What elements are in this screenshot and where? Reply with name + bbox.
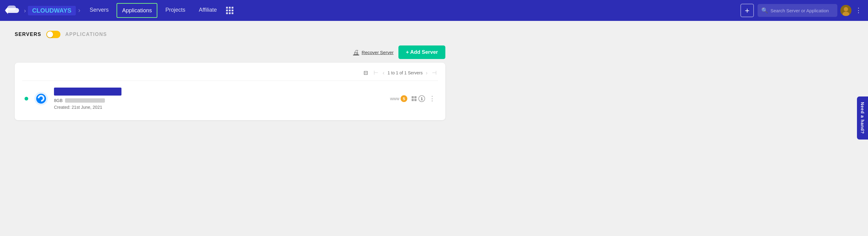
grid-icon[interactable]	[226, 7, 234, 14]
svg-rect-9	[412, 96, 414, 98]
first-page-button[interactable]: ⊢	[372, 69, 380, 77]
svg-rect-7	[39, 102, 41, 103]
search-bar[interactable]: 🔍	[757, 4, 837, 17]
last-page-button[interactable]: ⊣	[431, 69, 438, 77]
svg-rect-1	[7, 5, 16, 10]
toggle-switch[interactable]	[46, 31, 60, 38]
nav-item-affiliate[interactable]: Affiliate	[192, 0, 224, 21]
recover-icon: 🖨	[353, 49, 359, 56]
svg-rect-11	[412, 99, 414, 101]
applications-toggle-label[interactable]: APPLICATIONS	[65, 32, 107, 37]
apps-icon-wrap[interactable]: 1	[411, 95, 425, 102]
brand-name[interactable]: CLOUDWAYS	[28, 6, 76, 16]
toggle-knob	[47, 31, 53, 37]
nav-item-servers[interactable]: Servers	[83, 0, 115, 21]
recover-server-button[interactable]: 🖨 Recover Server	[353, 49, 394, 56]
search-icon: 🔍	[761, 7, 768, 14]
svg-rect-8	[38, 102, 39, 103]
server-ip-redacted	[65, 98, 105, 103]
svg-point-4	[844, 7, 848, 11]
nav-links: Servers Applications Projects Affiliate	[83, 0, 224, 21]
www-count: 5	[401, 95, 407, 102]
server-icon	[33, 90, 49, 107]
svg-marker-2	[5, 7, 8, 14]
breadcrumb-arrow: ›	[24, 7, 26, 14]
add-button[interactable]: +	[740, 4, 754, 17]
server-meta: 8GB	[54, 98, 385, 103]
add-server-button[interactable]: + Add Server	[398, 46, 445, 59]
nav-item-applications[interactable]: Applications	[117, 3, 157, 18]
apps-count: 1	[418, 95, 425, 102]
search-input[interactable]	[771, 8, 834, 13]
server-size: 8GB	[54, 98, 63, 103]
server-created: Created: 21st June, 2021	[54, 105, 385, 110]
pagination-bar: ⊟ ⊢ ‹ 1 to 1 of 1 Servers › ⊣	[22, 68, 438, 81]
www-label: www	[390, 96, 399, 101]
table-row: 8GB Created: 21st June, 2021 www 5	[22, 82, 438, 115]
need-a-hand-tab[interactable]: Need a hand?	[857, 97, 868, 139]
more-options-icon[interactable]: ⋮	[854, 5, 863, 16]
action-bar: 🖨 Recover Server + Add Server	[15, 46, 445, 59]
servers-toggle-label[interactable]: SERVERS	[15, 32, 41, 37]
pagination-text: 1 to 1 of 1 Servers	[388, 70, 423, 75]
view-toggle: SERVERS APPLICATIONS	[15, 31, 445, 38]
nav-separator-arrow: ›	[78, 6, 80, 15]
www-badge[interactable]: www 5	[390, 95, 407, 102]
server-actions: www 5 1 ⋮	[390, 95, 436, 103]
sort-icon[interactable]: ⊟	[364, 70, 368, 76]
status-dot	[25, 97, 28, 101]
apps-icon	[411, 96, 417, 102]
logo[interactable]	[5, 4, 20, 17]
server-info: 8GB Created: 21st June, 2021	[54, 87, 385, 110]
more-options-dots[interactable]: ⋮	[429, 95, 436, 103]
main-content: SERVERS APPLICATIONS 🖨 Recover Server + …	[0, 21, 460, 130]
nav-item-projects[interactable]: Projects	[159, 0, 192, 21]
navbar: › CLOUDWAYS › Servers Applications Proje…	[0, 0, 868, 21]
svg-rect-10	[414, 96, 416, 98]
server-name-bar	[54, 87, 121, 96]
recover-server-label: Recover Server	[362, 50, 394, 55]
server-list-card: ⊟ ⊢ ‹ 1 to 1 of 1 Servers › ⊣	[15, 63, 445, 120]
svg-rect-12	[414, 99, 416, 101]
prev-page-button[interactable]: ‹	[381, 69, 386, 77]
next-page-button[interactable]: ›	[425, 69, 429, 77]
avatar[interactable]	[840, 5, 851, 16]
